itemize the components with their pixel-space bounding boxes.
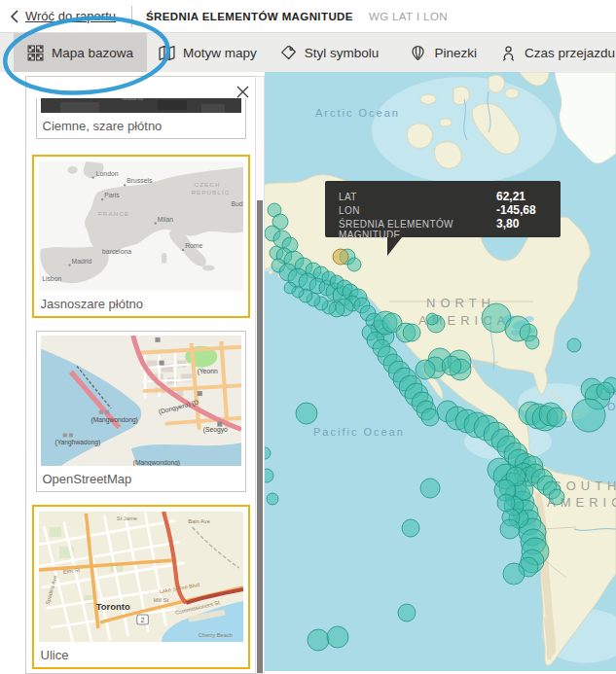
basemap-card-light-gray-canvas[interactable]: LondonBrusselsParisFRANCECZECHREPUBLICBu… [32, 155, 250, 318]
toolbar-item-label: Pinezki [434, 46, 477, 60]
map-bubble[interactable] [597, 382, 614, 400]
panel-scrollbar[interactable] [255, 76, 265, 674]
back-to-report-link[interactable]: Wróć do raportu [10, 9, 116, 23]
basemap-thumbnail: LondonBrusselsParisFRANCECZECHREPUBLICBu… [39, 161, 243, 291]
thumb-place-label: Bud [231, 200, 242, 207]
thumb-city-label: Madrid [123, 98, 143, 101]
tooltip-label: LON [339, 205, 496, 216]
tooltip-row: ŚREDNIA ELEMENTÓW MAGNITUDE 3,80 [339, 217, 549, 231]
scrollbar-thumb[interactable] [257, 200, 263, 673]
toolbar-item-basemap[interactable]: Mapa bazowa [14, 33, 147, 72]
basemap-card-label: OpenStreetMap [41, 466, 241, 489]
toolbar-item-travel-time[interactable]: Czas przejazdu [489, 33, 616, 72]
toolbar-item-label: Mapa bazowa [52, 46, 133, 60]
tooltip-value: 3,80 [496, 217, 519, 231]
map-bubble[interactable] [500, 519, 520, 539]
thumb-place-label: Lisbon [42, 275, 61, 282]
map-canvas[interactable]: Arctic Ocean NORTH AMERICA Pacific Ocean… [265, 72, 616, 671]
map-bubble[interactable] [265, 447, 271, 459]
map-bubble[interactable] [567, 338, 581, 352]
basemap-card-openstreetmap[interactable]: (Yeonn(Mangwondong)(Dongyero) (D(Seogyo(… [36, 331, 246, 492]
chevron-left-icon [10, 10, 19, 23]
thumb-place-label: Bain Ave [188, 518, 210, 524]
thumb-place-label: Milan [157, 216, 173, 223]
toolbar-item-symbol-style[interactable]: Styl symbolu [269, 33, 391, 72]
basemap-card-label: Jasnoszare płótno [39, 291, 243, 314]
map-bubble[interactable] [308, 629, 329, 651]
basemap-card-label: Ulice [39, 642, 243, 665]
toolbar-item-pins[interactable]: Pinezki [398, 33, 489, 72]
map-bubble[interactable] [420, 479, 440, 498]
arcgis-toolbar: Mapa bazowa Motyw mapy Styl symbolu Pine… [0, 32, 616, 72]
thumb-place-label: (Yeonn [197, 369, 217, 376]
basemap-grid-icon [27, 45, 44, 61]
thumb-place-label: (Mangwondong) [91, 416, 137, 424]
basemap-card-streets[interactable]: 2 St JameBain AveElm StSpadina AveToront… [32, 505, 250, 669]
map-bubble[interactable] [403, 324, 420, 341]
map-bubble[interactable] [426, 313, 438, 325]
visual-title: ŚREDNIA ELEMENTÓW MAGNITUDE [146, 11, 353, 22]
map-bubble[interactable] [347, 258, 361, 271]
map-bubble[interactable] [549, 489, 564, 505]
map-bubble[interactable] [497, 494, 515, 512]
basemap-thumbnail: (Yeonn(Mangwondong)(Dongyero) (D(Seogyo(… [41, 336, 241, 466]
thumb-place-label: Madrid [71, 258, 91, 265]
map-bubble[interactable] [547, 408, 566, 427]
thumb-place-label: Mill St [153, 597, 168, 603]
map-bubble[interactable] [327, 626, 348, 648]
toolbar-item-label: Motyw mapy [183, 46, 257, 60]
thumb-place-label: (Seogyo [202, 426, 227, 434]
map-bubble[interactable] [442, 356, 461, 375]
thumb-place-label: REPUBLIC [191, 189, 230, 195]
map-tooltip: LAT 62,21 LON -145,68 ŚREDNIA ELEMENTÓW … [325, 181, 561, 237]
tooltip-label: LAT [339, 192, 496, 202]
basemap-gallery-panel: Madrid Ciemne, szare płótno [25, 76, 255, 674]
visual-subtitle: WG LAT I LON [369, 11, 448, 22]
map-bubble[interactable] [284, 282, 296, 294]
symbol-tag-icon [280, 45, 297, 61]
thumb-place-label: Rome [185, 242, 203, 249]
map-bubble[interactable] [421, 408, 439, 426]
map-bubble[interactable] [402, 519, 419, 537]
map-bubble[interactable] [333, 249, 348, 265]
thumb-place-label: London [95, 170, 118, 177]
thumb-place-label: FRANCE [97, 210, 128, 217]
map-bubble[interactable] [265, 469, 273, 482]
thumb-place-label: Toronto [95, 602, 129, 612]
back-link-label: Wróć do raportu [25, 9, 116, 23]
map-bubble[interactable] [416, 360, 435, 379]
map-bubble[interactable] [267, 493, 278, 505]
thumb-place-label: barcelona [102, 248, 131, 255]
basemap-thumbnail: 2 St JameBain AveElm StSpadina AveToront… [39, 512, 243, 642]
thumb-place-label: St Jame [116, 515, 136, 521]
topbar-divider [131, 6, 132, 27]
thumb-place-label: (Yanghwadong) [54, 439, 100, 446]
tooltip-value: 62,21 [496, 190, 525, 203]
greenland [555, 72, 616, 163]
highway-shield: 2 [136, 615, 148, 624]
basemap-card-dark-gray-canvas[interactable]: Madrid Ciemne, szare płótno [36, 98, 246, 139]
travel-time-person-icon [500, 45, 517, 61]
label-pacific-ocean: Pacific Ocean [313, 426, 405, 438]
top-bar: Wróć do raportu ŚREDNIA ELEMENTÓW MAGNIT… [0, 0, 616, 32]
label-arctic-ocean: Arctic Ocean [315, 107, 400, 119]
map-bubble[interactable] [572, 399, 605, 432]
basemap-thumbnail: Madrid [41, 98, 241, 113]
tooltip-value: -145,68 [496, 203, 536, 217]
powerbi-arcgis-focus-view: Wróć do raportu ŚREDNIA ELEMENTÓW MAGNIT… [0, 0, 616, 674]
tooltip-row: LON -145,68 [339, 203, 549, 217]
map-bubble[interactable] [296, 403, 317, 424]
thumb-place-label: CZECH [194, 182, 220, 189]
map-bubble[interactable] [398, 604, 416, 621]
toolbar-item-map-theme[interactable]: Motyw mapy [147, 33, 269, 72]
tooltip-row: LAT 62,21 [339, 190, 549, 203]
toolbar-item-label: Styl symbolu [305, 46, 380, 60]
thumb-place-label: (Mangwondong) [132, 459, 179, 466]
map-bubble[interactable] [525, 336, 539, 349]
basemap-card-label: Ciemne, szare płótno [41, 113, 241, 136]
map-bubble[interactable] [503, 563, 525, 585]
thumb-place-label: Cherry Beach [198, 632, 232, 638]
close-icon [236, 86, 249, 98]
map-svg: Arctic Ocean NORTH AMERICA Pacific Ocean… [265, 72, 616, 671]
thumb-place-label: Brussels [127, 178, 153, 185]
